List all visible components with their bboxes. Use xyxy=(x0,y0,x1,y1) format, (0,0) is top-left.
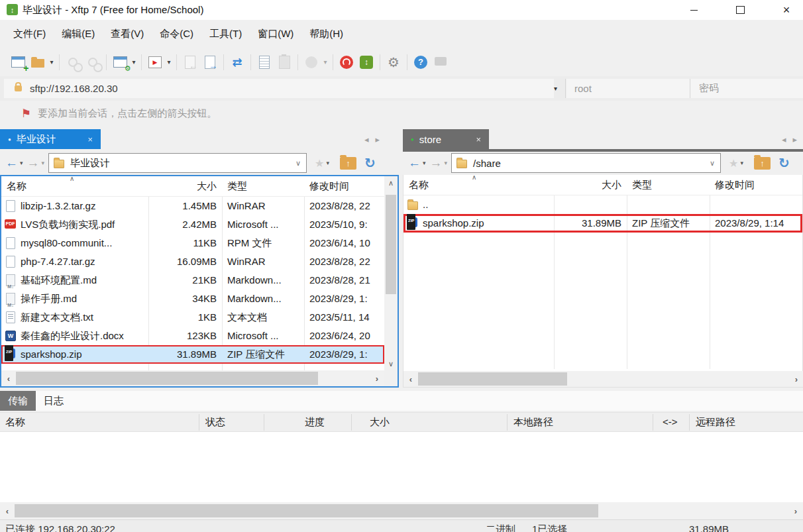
bottom-horizontal-scrollbar[interactable]: ‹ › xyxy=(0,502,803,519)
file-row[interactable]: LVS负载均衡实现.pdf 2.42MB Microsoft ... 2023/… xyxy=(1,215,384,234)
scroll-right-icon[interactable]: › xyxy=(789,371,803,387)
back-dropdown[interactable]: ▾ xyxy=(423,160,426,166)
tab-remote-session[interactable]: ● store × xyxy=(403,129,489,149)
column-header-local-path[interactable]: 本地路径 xyxy=(513,413,553,431)
chevron-down-icon[interactable]: ∨ xyxy=(710,159,715,168)
open-button[interactable] xyxy=(28,52,48,72)
password-field[interactable]: 密码 xyxy=(691,79,803,98)
file-row[interactable]: 秦佳鑫的毕业设计.docx 123KB Microsoft ... 2023/6… xyxy=(1,327,384,345)
favorites-dropdown[interactable]: ▾ xyxy=(740,160,743,166)
refresh-icon[interactable]: ↻ xyxy=(778,155,790,171)
new-session-button[interactable]: + xyxy=(8,52,28,72)
file-row[interactable]: mysql80-communit... 11KB RPM 文件 2023/6/1… xyxy=(1,234,384,252)
settings-button[interactable]: ⚙ xyxy=(384,52,403,72)
column-header-type[interactable]: 类型 xyxy=(222,176,304,196)
column-header-size[interactable]: 大小 xyxy=(554,175,627,195)
back-icon[interactable]: ← xyxy=(5,156,18,170)
run-dropdown[interactable]: ▾ xyxy=(165,58,173,66)
tab-prev-icon[interactable]: ◂ xyxy=(782,134,786,144)
column-header-progress[interactable]: 进度 xyxy=(305,413,325,431)
column-header-remote-path[interactable]: 远程路径 xyxy=(696,413,735,431)
file-row[interactable]: 基础环境配置.md 21KB Markdown... 2023/8/28, 21 xyxy=(1,271,384,290)
scroll-left-icon[interactable]: ‹ xyxy=(403,371,418,387)
forward-dropdown[interactable]: ▾ xyxy=(42,160,45,166)
menu-file[interactable]: 文件(F) xyxy=(5,20,54,48)
column-header-size[interactable]: 大小 xyxy=(370,413,390,431)
horizontal-scrollbar[interactable]: ‹ › xyxy=(403,371,803,387)
favorites-dropdown[interactable]: ▾ xyxy=(326,160,329,166)
parent-directory-row[interactable]: .. xyxy=(403,195,802,214)
column-header-name[interactable]: 名称 xyxy=(403,175,554,195)
menu-tools[interactable]: 工具(T) xyxy=(201,20,250,48)
xftp-button[interactable]: ↕ xyxy=(356,52,376,72)
forward-dropdown[interactable]: ▾ xyxy=(445,160,448,166)
menu-edit[interactable]: 编辑(E) xyxy=(54,20,103,48)
username-field[interactable]: root xyxy=(566,79,697,98)
tab-next-icon[interactable]: ▸ xyxy=(793,134,798,144)
column-header-status[interactable]: 状态 xyxy=(205,413,225,431)
vertical-scrollbar[interactable]: ∧ ∨ xyxy=(384,176,398,370)
local-path-combo[interactable]: 毕业设计 ∨ xyxy=(48,153,307,173)
tab-log[interactable]: 日志 xyxy=(36,391,72,411)
chevron-down-icon[interactable]: ∨ xyxy=(295,159,301,168)
file-row[interactable]: 新建文本文档.txt 1KB 文本文档 2023/5/11, 14 xyxy=(1,308,384,327)
session-properties-button[interactable]: ⚙ xyxy=(110,52,130,72)
scroll-right-icon[interactable]: › xyxy=(370,370,384,386)
back-dropdown[interactable]: ▾ xyxy=(20,160,23,166)
copy-button[interactable] xyxy=(254,52,274,72)
minimize-icon xyxy=(690,10,698,11)
tab-transfer[interactable]: 传输 xyxy=(0,391,36,411)
scrollbar-thumb[interactable] xyxy=(15,504,598,517)
minimize-button[interactable] xyxy=(678,0,709,20)
transfer-to-remote-button[interactable]: → xyxy=(200,52,220,72)
file-row[interactable]: php-7.4.27.tar.gz 16.09MB WinRAR 2023/8/… xyxy=(1,252,384,271)
horizontal-scrollbar[interactable]: ‹ › xyxy=(1,370,384,386)
tab-next-icon[interactable]: ▸ xyxy=(376,134,380,144)
column-header-direction[interactable]: <-> xyxy=(663,413,678,431)
remote-path-combo[interactable]: /share ∨ xyxy=(451,153,721,173)
xshell-button[interactable] xyxy=(337,52,356,72)
run-button[interactable]: ▶ xyxy=(145,52,165,72)
scrollbar-thumb[interactable] xyxy=(386,195,396,294)
close-button[interactable]: × xyxy=(771,0,802,20)
file-row-highlighted[interactable]: sparkshop.zip 31.89MB ZIP 压缩文件 2023/8/29… xyxy=(403,214,802,233)
scroll-right-icon[interactable]: › xyxy=(788,502,803,519)
column-header-modified[interactable]: 修改时间 xyxy=(304,176,384,196)
file-row[interactable]: 操作手册.md 34KB Markdown... 2023/8/29, 1: xyxy=(1,290,384,308)
help-button[interactable]: ? xyxy=(411,52,431,72)
tab-prev-icon[interactable]: ◂ xyxy=(364,134,369,144)
scrollbar-thumb[interactable] xyxy=(418,372,567,386)
file-row-selected[interactable]: sparkshop.zip 31.89MB ZIP 压缩文件 2023/8/29… xyxy=(1,345,384,364)
menu-help[interactable]: 帮助(H) xyxy=(301,20,351,48)
sync-browsing-button[interactable]: ⇄ xyxy=(227,52,247,72)
column-header-name[interactable]: 名称 xyxy=(5,413,25,431)
tab-local-session[interactable]: ● 毕业设计 × xyxy=(0,129,101,149)
scroll-down-icon[interactable]: ∨ xyxy=(384,357,398,370)
url-field[interactable]: sftp://192.168.20.30 xyxy=(4,79,554,98)
up-directory-icon[interactable] xyxy=(340,157,356,170)
favorites-icon[interactable]: ★ xyxy=(729,157,738,170)
menu-command[interactable]: 命令(C) xyxy=(152,20,201,48)
scroll-left-icon[interactable]: ‹ xyxy=(0,502,15,519)
remote-tab-close-icon[interactable]: × xyxy=(476,134,481,144)
scroll-left-icon[interactable]: ‹ xyxy=(1,370,16,386)
menu-window[interactable]: 窗口(W) xyxy=(250,20,301,48)
menu-view[interactable]: 查看(V) xyxy=(103,20,152,48)
column-header-type[interactable]: 类型 xyxy=(627,175,710,195)
column-header-size[interactable]: 大小 xyxy=(148,176,222,196)
scrollbar-thumb[interactable] xyxy=(16,372,318,385)
session-properties-dropdown[interactable]: ▾ xyxy=(130,58,138,66)
column-header-name[interactable]: 名称 xyxy=(1,176,148,196)
local-tab-close-icon[interactable]: × xyxy=(87,134,93,144)
favorites-icon[interactable]: ★ xyxy=(315,157,324,170)
url-dropdown[interactable]: ▾ xyxy=(554,76,557,101)
maximize-button[interactable] xyxy=(725,0,755,20)
scroll-up-icon[interactable]: ∧ xyxy=(384,176,398,189)
up-directory-icon[interactable] xyxy=(754,157,771,170)
open-dropdown[interactable]: ▾ xyxy=(48,58,56,66)
column-header-modified[interactable]: 修改时间 xyxy=(710,175,802,195)
feedback-button[interactable] xyxy=(431,52,451,72)
file-row[interactable]: libzip-1.3.2.tar.gz 1.45MB WinRAR 2023/8… xyxy=(1,197,384,215)
back-icon[interactable]: ← xyxy=(408,156,421,170)
refresh-icon[interactable]: ↻ xyxy=(364,155,376,171)
